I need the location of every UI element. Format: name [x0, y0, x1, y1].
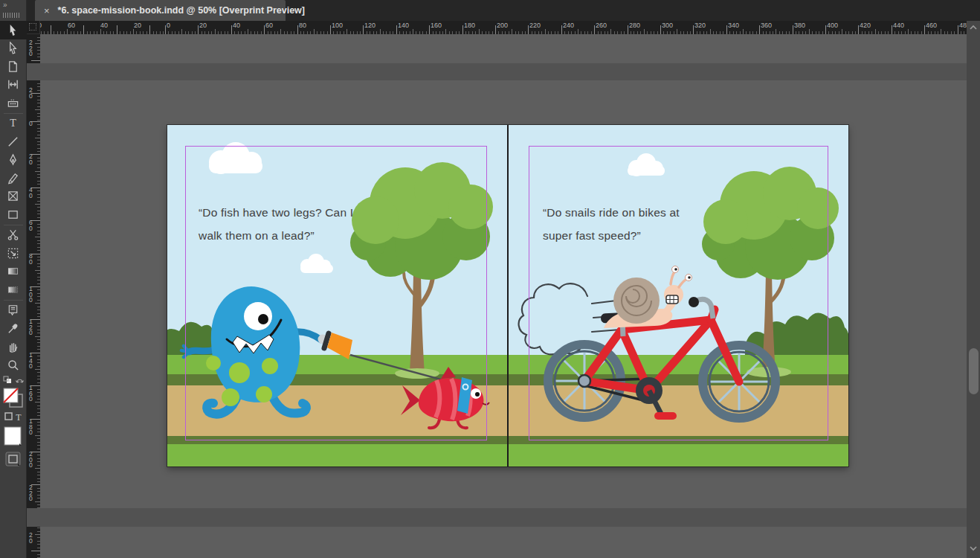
h-ruler-label: 100 — [332, 22, 343, 29]
tool-gap[interactable] — [0, 76, 27, 94]
h-ruler-label: 240 — [563, 22, 574, 29]
close-tab-icon[interactable]: × — [44, 5, 50, 16]
h-ruler-label: 160 — [431, 22, 442, 29]
tool-note[interactable] — [0, 301, 27, 320]
tool-content-collector[interactable] — [0, 94, 27, 112]
tool-pencil[interactable] — [0, 169, 27, 187]
v-ruler-label: 160 — [29, 385, 33, 403]
tool-type[interactable]: T — [0, 115, 27, 133]
tools-panel: T — [0, 21, 27, 558]
dock-grip-icon — [3, 13, 21, 18]
spread-gap-band — [27, 508, 967, 527]
h-ruler-label: 80 — [299, 22, 306, 29]
h-ruler-label: 340 — [728, 22, 739, 29]
tool-line[interactable] — [0, 132, 27, 151]
h-ruler-label: 420 — [860, 22, 871, 29]
svg-text:T: T — [16, 412, 22, 423]
formatting-container-button[interactable] — [5, 413, 12, 420]
document-spread[interactable]: “Do fish have two legs? Can I walk them … — [167, 125, 848, 466]
scroll-down-icon[interactable] — [969, 545, 978, 552]
v-ruler-label: 140 — [29, 353, 33, 370]
vertical-scrollbar[interactable] — [967, 21, 980, 558]
tool-eyedropper[interactable] — [0, 319, 27, 338]
h-ruler-label: 220 — [529, 22, 541, 29]
h-ruler-label: 260 — [596, 22, 607, 29]
pasteboard[interactable]: “Do fish have two legs? Can I walk them … — [40, 34, 967, 558]
h-ruler-label: 440 — [893, 22, 904, 29]
dock-toggle-icon[interactable]: » — [3, 1, 8, 9]
tool-selection[interactable] — [0, 21, 27, 39]
tool-pen[interactable] — [0, 151, 27, 170]
tool-scissors[interactable] — [0, 226, 27, 245]
document-tab[interactable]: × *6. space-mission-book.indd @ 50% [Ove… — [35, 0, 286, 21]
v-ruler-label: 80 — [29, 254, 33, 265]
h-ruler-label: 120 — [364, 22, 375, 29]
tool-gradient[interactable] — [0, 263, 27, 281]
tool-free-transform[interactable] — [0, 244, 27, 263]
h-ruler-label: 40 — [100, 22, 108, 29]
v-ruler-label: 220 — [29, 40, 33, 57]
h-ruler-label: 0 — [167, 22, 170, 29]
text-line: “Do snails ride on bikes at — [543, 202, 680, 225]
text-line: super fast speed?” — [543, 225, 680, 248]
h-ruler-label: 280 — [629, 22, 640, 29]
v-ruler-label: 20 — [29, 88, 33, 99]
tool-page[interactable] — [0, 57, 27, 76]
tool-frame[interactable] — [0, 187, 27, 206]
v-ruler-label: 0 — [29, 121, 33, 127]
v-ruler-label: 220 — [29, 485, 33, 502]
page-right[interactable]: “Do snails ride on bikes at super fast s… — [507, 125, 848, 466]
tool-hand[interactable] — [0, 338, 27, 356]
h-ruler-label: 300 — [662, 22, 673, 29]
text-frame-right[interactable]: “Do snails ride on bikes at super fast s… — [543, 202, 680, 247]
swap-fill-stroke-icon[interactable] — [16, 379, 23, 382]
h-ruler-label: 460 — [926, 22, 937, 29]
scrollbar-thumb[interactable] — [969, 348, 979, 394]
v-ruler-label: 180 — [29, 419, 33, 436]
apply-color-swatch[interactable] — [4, 427, 22, 446]
margin-guide-left-page[interactable] — [185, 146, 487, 440]
formatting-text-button[interactable]: T — [16, 412, 22, 423]
h-ruler-label: 200 — [497, 22, 508, 29]
fill-swatch-none[interactable] — [4, 388, 18, 403]
default-fill-stroke-icon[interactable] — [4, 376, 11, 383]
scroll-up-icon[interactable] — [969, 24, 978, 31]
screen-mode-button[interactable] — [6, 452, 20, 466]
text-line: “Do fish have two legs? Can I — [199, 202, 353, 225]
h-ruler-label: 20 — [134, 22, 141, 29]
document-tab-title: *6. space-mission-book.indd @ 50% [Overp… — [58, 5, 305, 16]
toolbar-dock-header[interactable]: » — [0, 0, 27, 21]
tool-gradient-feather[interactable] — [0, 280, 27, 299]
v-ruler-label: 40 — [29, 187, 33, 199]
h-ruler-label: 60 — [68, 22, 75, 29]
v-ruler-label: 120 — [29, 319, 33, 336]
v-ruler-label: 60 — [29, 220, 33, 231]
h-ruler-label: 20 — [199, 22, 207, 29]
h-ruler-label: 380 — [794, 22, 805, 29]
v-ruler-label: 20 — [29, 533, 33, 544]
text-frame-left[interactable]: “Do fish have two legs? Can I walk them … — [199, 202, 353, 247]
tab-bar: » × *6. space-mission-book.indd @ 50% [O… — [0, 0, 980, 21]
horizontal-ruler[interactable]: 8060402002040608010012014016018020022024… — [27, 21, 967, 34]
color-controls: T — [0, 376, 27, 472]
tool-rectangle[interactable] — [0, 205, 27, 224]
h-ruler-label: 180 — [464, 22, 475, 29]
tool-direct-selection[interactable] — [0, 39, 27, 58]
tool-zoom[interactable] — [0, 356, 27, 374]
ruler-origin-corner[interactable] — [27, 21, 40, 34]
text-line: walk them on a lead?” — [199, 225, 353, 248]
indesign-window: { "tab_bar": { "dock_toggle": "»", "tab"… — [0, 0, 980, 558]
v-ruler-label: 20 — [29, 154, 33, 165]
h-ruler-label: 140 — [398, 22, 409, 29]
h-ruler-label: 320 — [694, 22, 706, 29]
vertical-ruler[interactable]: 2202002040608010012014016018020022020 — [27, 34, 40, 558]
v-ruler-label: 100 — [29, 286, 33, 304]
h-ruler-label: 40 — [233, 22, 240, 29]
spread-gap-band — [27, 63, 967, 80]
h-ruler-label: 60 — [265, 22, 273, 29]
svg-text:T: T — [10, 117, 16, 129]
page-left[interactable]: “Do fish have two legs? Can I walk them … — [167, 125, 507, 466]
h-ruler-label: 360 — [761, 22, 772, 29]
margin-guide-right-page[interactable] — [529, 146, 828, 440]
h-ruler-label: 400 — [827, 22, 838, 29]
